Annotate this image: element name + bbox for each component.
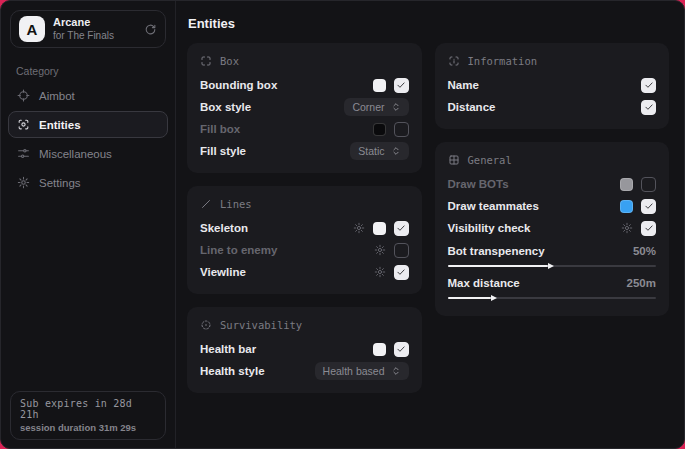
draw-teammates-color-swatch[interactable] [620, 200, 633, 213]
bounding-box-color-swatch[interactable] [373, 79, 386, 92]
app-title-block: Arcane for The Finals [53, 16, 114, 41]
max-distance-slider[interactable] [448, 293, 657, 302]
app-name: Arcane [53, 16, 114, 29]
sidebar: A Arcane for The Finals Category Aimbot [1, 1, 176, 448]
health-bar-checkbox[interactable] [394, 342, 409, 357]
info-scan-icon [448, 55, 460, 67]
sidebar-nav: Aimbot Entities Miscellaneous [1, 81, 175, 197]
setting-label: Bot transpenency [448, 245, 545, 257]
viewline-settings-gear-icon[interactable] [374, 266, 386, 278]
survivability-card-header: Survivability [200, 319, 409, 331]
skeleton-settings-gear-icon[interactable] [353, 222, 365, 234]
grid-icon [448, 154, 460, 166]
desktop-backdrop: A Arcane for The Finals Category Aimbot [0, 0, 685, 449]
fill-box-color-swatch[interactable] [373, 123, 386, 136]
draw-bots-color-swatch[interactable] [620, 178, 633, 191]
distance-checkbox[interactable] [641, 100, 656, 115]
setting-label: Line to enemy [200, 244, 277, 256]
setting-row-health-style: Health style Health based [200, 360, 409, 382]
bounding-box-checkbox[interactable] [394, 78, 409, 93]
setting-row-fill-box: Fill box [200, 118, 409, 140]
setting-label: Visibility check [448, 222, 531, 234]
setting-row-draw-teammates: Draw teammates [448, 195, 657, 217]
app-logo: A [19, 16, 45, 42]
slider-fill [448, 297, 492, 299]
box-style-dropdown[interactable]: Corner [344, 98, 408, 116]
chevrons-up-down-icon [391, 366, 401, 376]
survivability-card: Survivability Health bar Health style [187, 307, 422, 393]
app-window: A Arcane for The Finals Category Aimbot [0, 0, 685, 449]
skeleton-color-swatch[interactable] [373, 222, 386, 235]
health-bar-color-swatch[interactable] [373, 343, 386, 356]
visibility-settings-gear-icon[interactable] [621, 222, 633, 234]
setting-row-bounding-box: Bounding box [200, 74, 409, 96]
card-title: Survivability [220, 319, 302, 331]
page-title: Entities [188, 16, 669, 31]
bot-transparency-value: 50% [633, 245, 656, 257]
slider-track[interactable] [448, 297, 657, 299]
diagonal-line-icon [200, 198, 212, 210]
setting-row-box-style: Box style Corner [200, 96, 409, 118]
card-title: Information [468, 55, 538, 67]
setting-label: Name [448, 79, 479, 91]
health-style-dropdown[interactable]: Health based [315, 362, 409, 380]
lines-card-header: Lines [200, 198, 409, 210]
life-circle-icon [200, 319, 212, 331]
setting-label: Bounding box [200, 79, 277, 91]
setting-label: Box style [200, 101, 251, 113]
name-checkbox[interactable] [641, 78, 656, 93]
setting-row-distance: Distance [448, 96, 657, 118]
sidebar-item-settings[interactable]: Settings [8, 169, 168, 196]
setting-row-name: Name [448, 74, 657, 96]
skeleton-checkbox[interactable] [394, 221, 409, 236]
draw-teammates-checkbox[interactable] [641, 199, 656, 214]
sidebar-item-label: Entities [39, 119, 81, 131]
scan-target-icon [17, 118, 30, 131]
app-logo-card: A Arcane for The Finals [10, 10, 166, 48]
app-subtitle: for The Finals [53, 30, 114, 42]
information-card-header: Information [448, 55, 657, 67]
slider-fill [448, 265, 548, 267]
column-left: Box Bounding box Box style [187, 43, 422, 393]
setting-row-draw-bots: Draw BOTs [448, 173, 657, 195]
slider-track[interactable] [448, 265, 657, 267]
setting-label: Fill box [200, 123, 240, 135]
dropdown-value: Health based [323, 365, 385, 377]
sidebar-item-label: Miscellaneous [39, 148, 112, 160]
sidebar-item-aimbot[interactable]: Aimbot [8, 82, 168, 109]
viewline-checkbox[interactable] [394, 265, 409, 280]
column-right: Information Name Distance [435, 43, 670, 316]
general-card-header: General [448, 154, 657, 166]
sidebar-item-miscellaneous[interactable]: Miscellaneous [8, 140, 168, 167]
fill-box-checkbox[interactable] [394, 122, 409, 137]
subscription-card: Sub expires in 28d 21h session duration … [10, 391, 166, 440]
setting-row-health-bar: Health bar [200, 338, 409, 360]
line-to-enemy-checkbox[interactable] [394, 243, 409, 258]
setting-label: Health bar [200, 343, 256, 355]
box-card-header: Box [200, 55, 409, 67]
card-title: Box [220, 55, 239, 67]
corner-brackets-icon [200, 55, 212, 67]
setting-label: Viewline [200, 266, 246, 278]
sliders-icon [17, 147, 30, 160]
setting-label: Health style [200, 365, 265, 377]
setting-label: Skeleton [200, 222, 248, 234]
sidebar-item-entities[interactable]: Entities [8, 111, 168, 138]
card-columns: Box Bounding box Box style [187, 43, 669, 393]
general-card: General Draw BOTs Draw teammates [435, 142, 670, 316]
lines-card: Lines Skeleton Line to enemy [187, 186, 422, 294]
visibility-check-checkbox[interactable] [641, 221, 656, 236]
sidebar-item-label: Settings [39, 177, 81, 189]
crosshair-icon [17, 89, 30, 102]
dropdown-value: Static [358, 145, 384, 157]
bot-transparency-slider[interactable] [448, 261, 657, 270]
line-to-enemy-settings-gear-icon[interactable] [374, 244, 386, 256]
sub-expires-text: Sub expires in 28d 21h [20, 398, 156, 420]
refresh-icon[interactable] [144, 23, 157, 36]
setting-row-line-to-enemy: Line to enemy [200, 239, 409, 261]
fill-style-dropdown[interactable]: Static [350, 142, 408, 160]
max-distance-row: Max distance 250m [448, 273, 657, 292]
draw-bots-checkbox[interactable] [641, 177, 656, 192]
card-title: Lines [220, 198, 252, 210]
setting-label: Distance [448, 101, 496, 113]
